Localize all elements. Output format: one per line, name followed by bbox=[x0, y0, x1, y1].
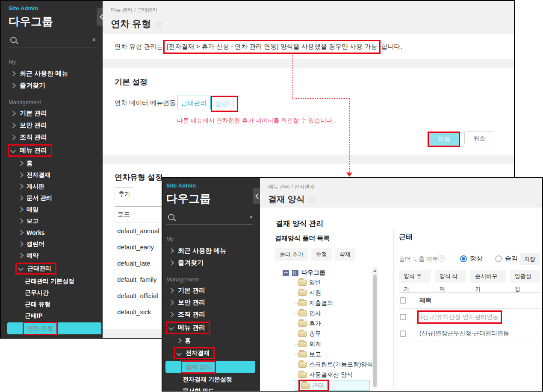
sidebar-1: Site Admin 다우그룹 × My 최근 사용한 메뉴 즐겨찾기 Mana… bbox=[1, 1, 103, 338]
helper-text: 다른 메뉴에서 연차현황 휴가 데이터를 확인할 수 있습니다. bbox=[177, 117, 502, 125]
sidebar-item-label: 예약 bbox=[27, 252, 38, 260]
reorder-button[interactable]: 순서바꾸기 bbox=[470, 270, 505, 283]
building-icon bbox=[292, 270, 298, 276]
table-row[interactable]: (신규)휴가신청-연차관리연동 bbox=[399, 309, 540, 325]
sidebar-item-label: 최근 사용한 메뉴 bbox=[20, 70, 68, 78]
row-checkbox[interactable] bbox=[400, 331, 406, 337]
sidebar-item-attendance-type[interactable]: 근태 유형 bbox=[1, 298, 103, 310]
sidebar-item-label: Works bbox=[27, 229, 45, 236]
sidebar-item-security-mgmt[interactable]: 보안 관리 bbox=[1, 119, 103, 131]
chevron-left-icon bbox=[100, 14, 103, 20]
tree-node-label: 회계 bbox=[309, 340, 321, 348]
favorite-star-icon[interactable]: ☆ bbox=[155, 19, 162, 29]
radio-selected-icon[interactable] bbox=[460, 255, 467, 262]
sidebar-item-attendance[interactable]: 근태관리 bbox=[1, 261, 103, 275]
section-title: 결재 양식 관리 bbox=[276, 219, 542, 228]
scroll-up-icon[interactable] bbox=[373, 269, 377, 272]
sidebar-item-label: 근태관리 bbox=[27, 265, 51, 272]
save-button[interactable]: 저장 bbox=[429, 133, 459, 146]
scrollbar-thumb[interactable] bbox=[373, 275, 377, 387]
radio-hidden[interactable]: 숨김 bbox=[495, 255, 518, 263]
favorite-star-icon[interactable]: ☆ bbox=[309, 194, 316, 205]
add-button[interactable]: 추가 bbox=[115, 187, 134, 200]
add-folder-button[interactable]: 폴더 추가 bbox=[275, 248, 308, 261]
sidebar-item-eapproval[interactable]: 전자결재 bbox=[1, 169, 103, 181]
sidebar-item-home[interactable]: 홈 bbox=[162, 335, 260, 346]
sidebar-item-recent-menus[interactable]: 최근 사용한 메뉴 bbox=[162, 245, 260, 257]
tree-node-label: 총무 bbox=[309, 330, 321, 338]
save-folder-button[interactable]: 저장 bbox=[519, 253, 540, 265]
delete-folder-button[interactable]: 삭제 bbox=[335, 248, 355, 261]
add-form-button[interactable]: 양식 추가 bbox=[399, 270, 431, 283]
sidebar-item-menu-mgmt[interactable]: 메뉴 관리 bbox=[162, 320, 260, 335]
breadcrumb: 메뉴 관리 / 전자결재 bbox=[268, 183, 542, 190]
sidebar-item-mail[interactable]: 메일 bbox=[1, 204, 103, 215]
sidebar-search[interactable]: × bbox=[9, 36, 96, 47]
table-row[interactable]: (신규)연장근무신청-근태관리연동 bbox=[399, 325, 540, 342]
section-label-management: Management bbox=[9, 99, 103, 105]
sidebar-item-eapproval-settings[interactable]: 전자결재 기본설정 bbox=[162, 374, 260, 385]
sidebar-item-menu-mgmt[interactable]: 메뉴 관리 bbox=[1, 143, 103, 158]
cancel-button[interactable]: 취소 bbox=[464, 132, 494, 144]
sidebar-item-docs[interactable]: 문서 관리 bbox=[1, 192, 103, 204]
sidebar-item-leave-status[interactable]: 연차 현황 bbox=[1, 335, 103, 338]
radio-normal[interactable]: 정상 bbox=[460, 255, 483, 263]
chevron-down-icon bbox=[176, 351, 182, 356]
annotation-box: 결재 양식 bbox=[181, 360, 216, 374]
sidebar-item-org-mgmt[interactable]: 조직 관리 bbox=[1, 131, 103, 143]
search-icon bbox=[168, 214, 174, 220]
chevron-right-icon bbox=[10, 111, 16, 116]
sidebar-item-attendance-ip[interactable]: 근태IP bbox=[1, 310, 103, 322]
sidebar-search[interactable]: × bbox=[166, 213, 253, 225]
clear-search-icon[interactable]: × bbox=[249, 213, 253, 220]
sidebar-item-home[interactable]: 홈 bbox=[1, 158, 103, 169]
select-all-checkbox[interactable] bbox=[400, 297, 406, 304]
annotation-box: 연차 유형 bbox=[23, 322, 58, 335]
sidebar-item-basic-mgmt[interactable]: 기본 관리 bbox=[162, 284, 260, 296]
tab-calendar[interactable]: 캘린더 bbox=[212, 97, 237, 111]
sidebar-item-label: 메뉴 관리 bbox=[20, 146, 47, 155]
bulk-settings-button[interactable]: 일괄설정 bbox=[510, 270, 540, 283]
code-cell: default_family bbox=[117, 276, 157, 283]
collapse-minus-icon[interactable] bbox=[283, 270, 289, 276]
sidebar-item-approval-form-selected[interactable]: 결재 양식 bbox=[165, 361, 255, 373]
sidebar-item-security-mgmt[interactable]: 보안 관리 bbox=[162, 296, 260, 308]
sidebar-item-attendance-settings[interactable]: 근태관리 기본설정 bbox=[1, 275, 103, 287]
sidebar-item-works[interactable]: Works bbox=[1, 227, 103, 238]
folder-detail-panel: 근태 폴더 노출 여부 ? 정상 숨김 저장 양식 추가 양식 삭제 순서바꾸기… bbox=[399, 228, 540, 342]
sidebar-item-favorites[interactable]: 즐겨찾기 bbox=[1, 79, 103, 91]
page-title: 결재 양식 bbox=[268, 193, 305, 205]
sidebar-item-board[interactable]: 게시판 bbox=[1, 181, 103, 192]
sidebar-item-org-mgmt[interactable]: 조직 관리 bbox=[162, 308, 260, 320]
sidebar-item-docbox-fields[interactable]: 문서함 필드 bbox=[162, 385, 260, 391]
sidebar-item-eapproval[interactable]: 전자결재 bbox=[162, 346, 260, 360]
tree-scrollbar[interactable] bbox=[372, 267, 378, 389]
radio-unselected-icon[interactable] bbox=[495, 255, 502, 262]
panel-gap bbox=[103, 155, 514, 164]
menu-link-label: 연차 데이터 메뉴연동 bbox=[115, 96, 177, 112]
question-icon[interactable]: ? bbox=[438, 255, 445, 262]
edit-folder-button[interactable]: 수정 bbox=[311, 248, 332, 261]
sidebar-item-favorites[interactable]: 즐겨찾기 bbox=[162, 257, 260, 269]
tree-node-selected[interactable]: 근태 bbox=[294, 380, 370, 391]
sidebar-item-leave-type-selected[interactable]: 연차 유형 bbox=[7, 322, 101, 334]
row-checkbox[interactable] bbox=[400, 314, 406, 320]
code-cell: default_annual bbox=[117, 227, 159, 234]
sidebar-item-label: 기본 관리 bbox=[20, 109, 47, 117]
sidebar-item-label: 보고 bbox=[27, 217, 38, 225]
sidebar-item-basic-mgmt[interactable]: 기본 관리 bbox=[1, 107, 103, 119]
chevron-right-icon bbox=[18, 230, 24, 235]
annotation-box: (신규)휴가신청-연차관리연동 bbox=[417, 310, 502, 324]
sidebar-collapse-button[interactable] bbox=[253, 188, 260, 204]
tree-node-label: 지원 bbox=[309, 289, 321, 297]
sidebar-item-work-hours[interactable]: 근무시간 bbox=[1, 287, 103, 298]
sidebar-collapse-button[interactable] bbox=[97, 8, 103, 26]
sidebar-item-reservation[interactable]: 예약 bbox=[1, 250, 103, 261]
tab-attendance-active[interactable]: 근태관리 bbox=[177, 96, 211, 109]
sidebar-item-recent-menus[interactable]: 최근 사용한 메뉴 bbox=[1, 67, 103, 79]
sidebar-item-calendar[interactable]: 캘린더 bbox=[1, 238, 103, 250]
folder-icon bbox=[298, 290, 307, 296]
sidebar-item-report[interactable]: 보고 bbox=[1, 215, 103, 227]
delete-form-button[interactable]: 양식 삭제 bbox=[435, 270, 466, 283]
clear-search-icon[interactable]: × bbox=[92, 36, 96, 43]
